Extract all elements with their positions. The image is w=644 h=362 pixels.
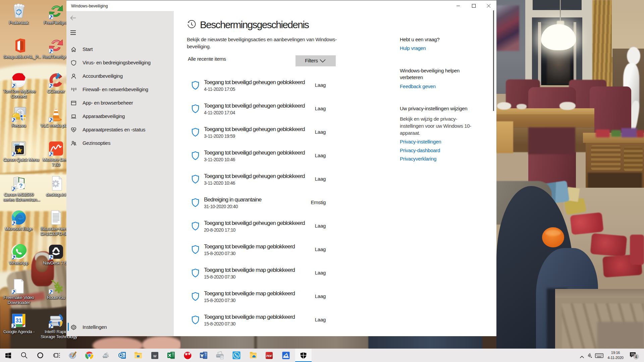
svg-text:31: 31 [15,317,21,324]
svg-text:4: 4 [635,355,637,359]
svg-text:PDF: PDF [266,354,272,357]
svg-text:?: ? [19,183,22,189]
svg-text:w: w [153,353,156,358]
